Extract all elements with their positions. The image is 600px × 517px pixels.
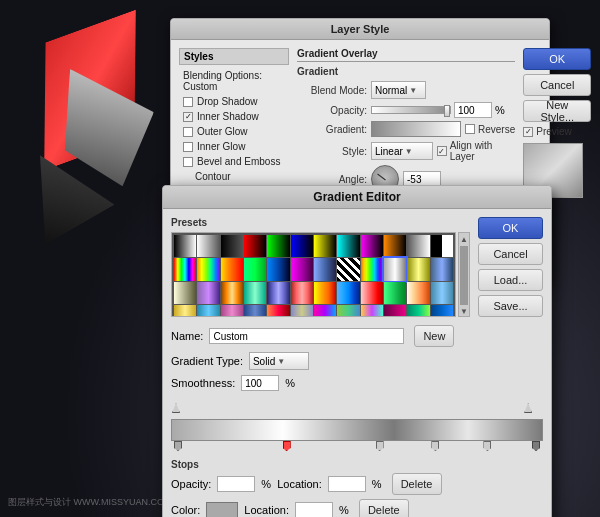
bevel-emboss-checkbox[interactable] [183,157,193,167]
ge-ok-button[interactable]: OK [478,217,543,239]
preset-3[interactable] [221,235,243,257]
scroll-up[interactable]: ▲ [460,235,468,244]
preset-26[interactable] [197,282,219,304]
inner-shadow-checkbox[interactable]: ✓ [183,112,193,122]
preset-12[interactable] [431,235,453,257]
style-inner-shadow[interactable]: ✓ Inner Shadow [179,109,289,124]
preset-28[interactable] [244,282,266,304]
opacity-input[interactable] [454,102,492,118]
preset-22[interactable] [384,258,406,280]
style-select[interactable]: Linear ▼ [371,142,433,160]
preset-6[interactable] [291,235,313,257]
preset-4[interactable] [244,235,266,257]
preset-46[interactable] [384,305,406,317]
preset-14[interactable] [197,258,219,280]
preset-44[interactable] [337,305,359,317]
opacity-stop-input[interactable] [217,476,255,492]
preset-37[interactable] [174,305,196,317]
preset-9[interactable] [361,235,383,257]
preset-30[interactable] [291,282,313,304]
opacity-slider[interactable] [371,106,451,114]
preset-11[interactable] [407,235,429,257]
drop-shadow-checkbox[interactable] [183,97,193,107]
preset-39[interactable] [221,305,243,317]
cancel-button[interactable]: Cancel [523,74,591,96]
inner-glow-checkbox[interactable] [183,142,193,152]
delete-stop-button[interactable]: Delete [392,473,442,495]
preset-17[interactable] [267,258,289,280]
preset-34[interactable] [384,282,406,304]
ge-load-button[interactable]: Load... [478,269,543,291]
preset-32[interactable] [337,282,359,304]
preset-27[interactable] [221,282,243,304]
preset-41[interactable] [267,305,289,317]
color-stop-5[interactable] [483,441,491,451]
style-bevel-emboss[interactable]: Bevel and Emboss [179,154,289,169]
outer-glow-checkbox[interactable] [183,127,193,137]
preset-31[interactable] [314,282,336,304]
preset-19[interactable] [314,258,336,280]
preset-18[interactable] [291,258,313,280]
preset-38[interactable] [197,305,219,317]
opacity-thumb[interactable] [444,105,450,117]
preset-2[interactable] [197,235,219,257]
preset-5[interactable] [267,235,289,257]
gradient-main-strip[interactable] [171,419,543,441]
color-stop-1[interactable] [174,441,182,451]
preset-47[interactable] [407,305,429,317]
preset-48[interactable] [431,305,453,317]
color-stop-6[interactable] [532,441,540,451]
preset-24[interactable] [431,258,453,280]
preset-33[interactable] [361,282,383,304]
style-inner-glow[interactable]: Inner Glow [179,139,289,154]
preset-20[interactable] [337,258,359,280]
ge-cancel-button[interactable]: Cancel [478,243,543,265]
preset-8[interactable] [337,235,359,257]
preset-10[interactable] [384,235,406,257]
preset-13[interactable] [174,258,196,280]
ok-button[interactable]: OK [523,48,591,70]
opacity-stop-right[interactable] [524,403,532,413]
preview-checkbox[interactable]: ✓ [523,127,533,137]
location-opacity-input[interactable] [328,476,366,492]
reverse-checkbox[interactable] [465,124,475,134]
ge-new-button[interactable]: New [414,325,454,347]
preset-21[interactable] [361,258,383,280]
style-outer-glow[interactable]: Outer Glow [179,124,289,139]
preset-25[interactable] [174,282,196,304]
color-location-input[interactable] [295,502,333,517]
color-stop-2[interactable] [283,441,291,451]
style-contour[interactable]: Contour [179,169,289,184]
ge-save-button[interactable]: Save... [478,295,543,317]
new-style-button[interactable]: New Style... [523,100,591,122]
style-drop-shadow[interactable]: Drop Shadow [179,94,289,109]
ge-smoothness-input[interactable] [241,375,279,391]
preset-1[interactable] [174,235,196,257]
preset-36[interactable] [431,282,453,304]
color-stop-3[interactable] [376,441,384,451]
preset-40[interactable] [244,305,266,317]
preset-29[interactable] [267,282,289,304]
preset-7[interactable] [314,235,336,257]
preset-23[interactable] [407,258,429,280]
reverse-label: Reverse [478,124,515,135]
preset-35[interactable] [407,282,429,304]
preset-45[interactable] [361,305,383,317]
preset-43[interactable] [314,305,336,317]
blending-options-item[interactable]: Blending Options: Custom [179,68,289,94]
preset-15[interactable] [221,258,243,280]
color-swatch-1[interactable] [206,502,238,517]
blend-mode-select[interactable]: Normal ▼ [371,81,426,99]
ge-type-select[interactable]: Solid ▼ [249,352,309,370]
ge-name-input[interactable] [209,328,404,344]
gradient-preview[interactable] [371,121,461,137]
presets-scrollbar[interactable]: ▲ ▼ [458,232,470,317]
delete-color-stop-button[interactable]: Delete [359,499,409,517]
align-layer-checkbox[interactable]: ✓ [437,146,447,156]
scroll-down[interactable]: ▼ [460,307,468,316]
preset-42[interactable] [291,305,313,317]
preset-16[interactable] [244,258,266,280]
color-stop-4[interactable] [431,441,439,451]
scroll-thumb[interactable] [460,246,468,305]
opacity-stop-left[interactable] [172,403,180,413]
